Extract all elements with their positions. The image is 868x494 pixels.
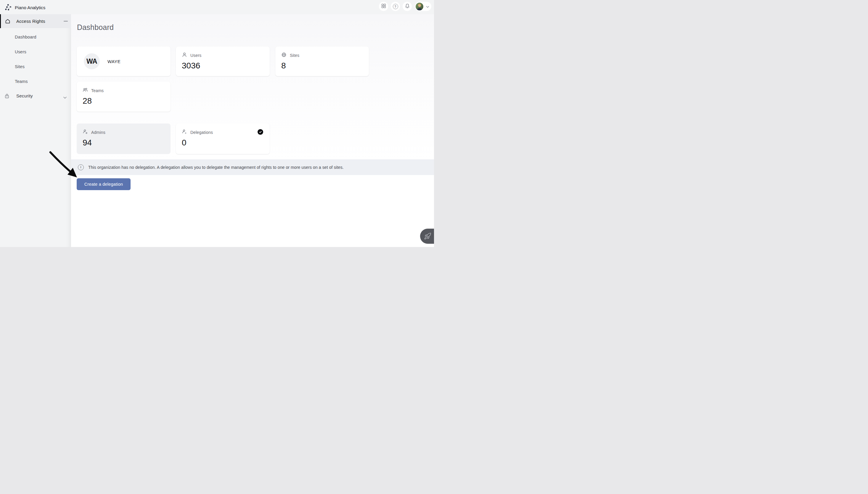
stat-value: 0 <box>182 138 186 148</box>
sidebar-section-label: Access Rights <box>16 19 45 24</box>
stat-label: Teams <box>91 88 104 93</box>
apps-grid-icon <box>381 3 386 10</box>
teams-stat-card[interactable]: Teams 28 <box>77 82 171 112</box>
account-chevron-down-icon <box>426 4 429 9</box>
notifications-button[interactable] <box>402 2 412 11</box>
apps-grid-button[interactable] <box>379 2 388 11</box>
sidebar-item-label: Sites <box>15 64 24 69</box>
bell-icon <box>405 3 410 10</box>
stat-label: Delegations <box>190 130 213 135</box>
sidebar-item-label: Users <box>15 50 26 54</box>
organization-card[interactable]: WA WAYE <box>77 46 171 76</box>
sidebar-item-teams[interactable]: Teams <box>0 74 71 89</box>
sidebar-item-sites[interactable]: Sites <box>0 59 71 74</box>
stat-label: Admins <box>91 130 105 135</box>
feedback-launcher[interactable] <box>420 229 434 244</box>
no-delegation-banner: i This organization has no delegation. A… <box>71 159 434 175</box>
chevron-down-icon <box>63 95 67 100</box>
stat-value: 3036 <box>182 61 200 71</box>
account-menu[interactable] <box>415 2 431 11</box>
user-avatar <box>416 3 423 11</box>
sidebar-section-access-rights[interactable]: Access Rights <box>0 14 71 28</box>
sidebar: Access Rights Dashboard Users Sites Team… <box>0 14 71 247</box>
organization-name: WAYE <box>107 59 120 64</box>
delegations-stat-card[interactable]: Delegations 0 <box>176 124 270 154</box>
sidebar-section-label: Security <box>16 93 33 98</box>
collapse-section-icon[interactable] <box>64 19 68 23</box>
delegation-user-star-icon <box>182 129 187 136</box>
organization-avatar: WA <box>84 53 100 69</box>
stat-value: 94 <box>83 138 92 148</box>
piano-analytics-logo-icon <box>3 3 12 12</box>
lock-icon <box>4 93 9 100</box>
page-title: Dashboard <box>77 23 114 32</box>
sidebar-item-dashboard[interactable]: Dashboard <box>0 30 71 44</box>
admins-stat-card[interactable]: Admins 94 <box>77 124 171 154</box>
brand-logo: Piano Analytics <box>3 3 45 12</box>
stat-label: Sites <box>290 53 299 58</box>
team-icon <box>83 88 88 94</box>
stat-value: 8 <box>281 61 286 71</box>
sites-stat-card[interactable]: Sites 8 <box>275 46 369 76</box>
sidebar-item-label: Dashboard <box>15 35 36 39</box>
help-button[interactable]: ? <box>391 2 400 11</box>
user-icon <box>182 52 187 59</box>
app-title: Piano Analytics <box>15 5 45 10</box>
rocket-icon <box>424 232 431 240</box>
app-window: Piano Analytics ? <box>0 0 434 247</box>
sidebar-item-label: Teams <box>15 79 28 84</box>
banner-text: This organization has no delegation. A d… <box>88 165 344 170</box>
users-stat-card[interactable]: Users 3036 <box>176 46 270 76</box>
admin-user-gear-icon <box>83 129 88 136</box>
sidebar-section-security[interactable]: Security <box>0 89 71 103</box>
help-icon: ? <box>393 4 398 9</box>
home-icon <box>5 19 11 25</box>
sidebar-item-users[interactable]: Users <box>0 44 71 59</box>
top-bar: Piano Analytics ? <box>0 0 434 14</box>
checked-status-badge <box>258 129 263 135</box>
create-delegation-button[interactable]: Create a delegation <box>77 178 131 190</box>
stat-value: 28 <box>83 96 92 106</box>
info-icon: i <box>78 164 84 170</box>
stat-label: Users <box>190 53 202 58</box>
globe-icon <box>281 52 287 59</box>
